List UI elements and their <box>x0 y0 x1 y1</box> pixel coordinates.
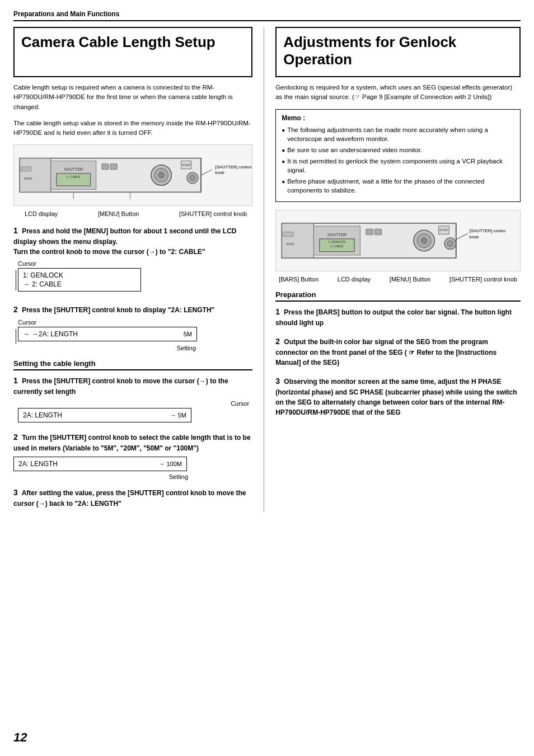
page-header: Preparations and Main Functions <box>13 10 521 21</box>
memo-text-2: Be sure to use an underscanned video mon… <box>287 145 422 154</box>
memo-bullet-4: ● <box>282 177 285 195</box>
sub-step1-lcd-right: → 5M <box>170 412 186 419</box>
memo-text-3: It is not permitted to genlock the syste… <box>287 157 514 175</box>
step1-lcd-line2: 2: CABLE <box>32 280 62 288</box>
left-section-title: Camera Cable Length Setup <box>13 27 252 77</box>
svg-rect-44 <box>283 232 294 237</box>
sub-step2-lcd-box: 2A: LENGTH → 100M <box>13 457 187 471</box>
svg-point-14 <box>190 175 195 181</box>
step1-heading: 1 Press and hold the [MENU] button for a… <box>13 225 252 257</box>
menu-label: [MENU] Button <box>98 210 139 217</box>
svg-point-10 <box>158 172 164 178</box>
prep-title: Preparation <box>275 290 521 302</box>
memo-bullet-2: ● <box>282 145 285 154</box>
sub-step2-setting-label: Setting <box>13 473 189 480</box>
svg-text:STEP: STEP <box>182 163 191 167</box>
step1-lcd-box: 1: GENLOCK → 2: CABLE <box>18 268 141 292</box>
step2-lcd-box: → →2A: LENGTH 5M <box>18 327 197 341</box>
memo-text-4: Before phase adjustment, wait a little f… <box>287 177 514 195</box>
svg-text:[SHUTTER] control: [SHUTTER] control <box>215 165 251 170</box>
svg-rect-24 <box>282 223 314 258</box>
sub-step2-lcd-row: 2A: LENGTH → 100M <box>18 459 182 468</box>
prep-step-2: 2 Output the built-in color bar signal o… <box>275 336 521 368</box>
bars-label: [BARS] Button <box>279 276 318 283</box>
step1-cursor-label: Cursor <box>18 260 252 267</box>
prep-step1-heading: 1 Press the [BARS] button to output the … <box>275 306 521 328</box>
intro-paragraph-2: The cable length setup value is stored i… <box>13 119 252 138</box>
prep-step2-heading: 2 Output the built-in color bar signal o… <box>275 336 521 368</box>
device-diagram-svg-left: SHUTTER 1: CABLE STEP <box>14 145 252 205</box>
right-section-title: Adjustments for Genlock Operation <box>275 27 521 77</box>
svg-text:SHUTTER: SHUTTER <box>327 232 346 237</box>
svg-text:knob: knob <box>470 234 479 240</box>
svg-line-40 <box>456 234 468 240</box>
svg-rect-7 <box>110 164 117 170</box>
memo-bullet-1: ● <box>282 125 285 143</box>
memo-title: Memo : <box>282 114 514 122</box>
menu-label-right: [MENU] Button <box>390 276 430 283</box>
memo-item-4: ● Before phase adjustment, wait a little… <box>282 177 514 195</box>
svg-rect-30 <box>366 229 373 234</box>
step2-lcd-text: →2A: LENGTH <box>32 330 78 338</box>
page-number: 12 <box>13 730 27 745</box>
subsection-title: Setting the cable length <box>13 359 252 370</box>
svg-rect-1 <box>20 158 51 192</box>
right-column: Adjustments for Genlock Operation Genloc… <box>264 27 521 512</box>
device-diagram-svg-right: SHUTTER 1: GENLOCK 2: CABLE STEP <box>276 210 520 271</box>
sub-step2-heading: 2 Turn the [SHUTTER] control knob to sel… <box>13 431 252 453</box>
svg-rect-31 <box>375 229 382 234</box>
shutter-label-right: [SHUTTER] control knob <box>449 276 517 283</box>
memo-item-3: ● It is not permitted to genlock the sys… <box>282 157 514 175</box>
svg-text:knob: knob <box>215 170 224 175</box>
shutter-label: [SHUTTER] control knob <box>179 210 247 217</box>
device-diagram-right: SHUTTER 1: GENLOCK 2: CABLE STEP <box>275 210 521 271</box>
svg-text:1: CABLE: 1: CABLE <box>67 175 81 179</box>
device-diagram-left: SHUTTER 1: CABLE STEP <box>13 144 252 206</box>
sub-step1-cursor-label: Cursor <box>13 400 252 407</box>
svg-rect-6 <box>102 164 109 170</box>
sub-step1-heading: 1 Press the [SHUTTER] control knob to mo… <box>13 375 252 397</box>
left-column: Camera Cable Length Setup Cable length s… <box>13 27 264 512</box>
step2-setting-value: 5M <box>184 331 192 337</box>
prep-step-3: 3 Observing the monitor screen at the sa… <box>275 375 521 417</box>
step1-lcd-row1: 1: GENLOCK <box>23 271 136 280</box>
step2-lcd-row: → →2A: LENGTH 5M <box>23 330 192 339</box>
sub-step3-heading: 3 After setting the value, press the [SH… <box>13 487 252 509</box>
step1-lcd-line1: 1: GENLOCK <box>23 271 63 279</box>
svg-point-38 <box>447 241 453 246</box>
lcd-label-right: LCD display <box>338 276 371 283</box>
prep-step3-heading: 3 Observing the monitor screen at the sa… <box>275 375 521 417</box>
two-column-layout: Camera Cable Length Setup Cable length s… <box>13 27 521 512</box>
svg-text:2: CABLE: 2: CABLE <box>331 245 344 248</box>
diagram-labels-right: [BARS] Button LCD display [MENU] Button … <box>275 276 521 283</box>
svg-text:BARS: BARS <box>24 177 32 180</box>
memo-item-1: ● The following adjustments can be made … <box>282 125 514 143</box>
prep-step-1: 1 Press the [BARS] button to output the … <box>275 306 521 328</box>
header-title: Preparations and Main Functions <box>13 10 119 18</box>
svg-line-16 <box>201 170 212 175</box>
step2-setting-label: Setting <box>13 345 197 351</box>
memo-box: Memo : ● The following adjustments can b… <box>275 109 521 203</box>
sub-step2-lcd-text: 2A: LENGTH <box>18 460 58 468</box>
svg-point-34 <box>421 238 427 243</box>
sub-step2-setting-value: → 100M <box>158 461 182 467</box>
svg-text:STEP: STEP <box>439 228 448 232</box>
page: Preparations and Main Functions Camera C… <box>0 0 534 756</box>
svg-text:[SHUTTER] contro: [SHUTTER] contro <box>470 229 506 234</box>
svg-rect-20 <box>21 167 31 171</box>
memo-bullet-3: ● <box>282 157 285 175</box>
right-intro: Genlocking is required for a system, whi… <box>275 83 521 102</box>
memo-text-1: The following adjustments can be made mo… <box>287 125 514 143</box>
svg-text:BARS: BARS <box>287 242 295 246</box>
diagram-labels-left: LCD display [MENU] Button [SHUTTER] cont… <box>13 210 252 217</box>
step1-lcd-row2: → 2: CABLE <box>23 280 136 289</box>
intro-paragraph-1: Cable length setup is required when a ca… <box>13 83 252 112</box>
svg-text:SHUTTER: SHUTTER <box>64 167 83 172</box>
step2-cursor-label: Cursor <box>18 319 252 326</box>
sub-step1-lcd-left: 2A: LENGTH <box>23 411 62 419</box>
sub-step1-lcd-box: 2A: LENGTH → 5M <box>18 408 191 422</box>
svg-text:1: GENLOCK: 1: GENLOCK <box>329 240 346 243</box>
step2-heading: 2 Press the [SHUTTER] control knob to di… <box>13 304 252 316</box>
memo-item-2: ● Be sure to use an underscanned video m… <box>282 145 514 154</box>
sub-step1-lcd-row: 2A: LENGTH → 5M <box>23 411 186 420</box>
